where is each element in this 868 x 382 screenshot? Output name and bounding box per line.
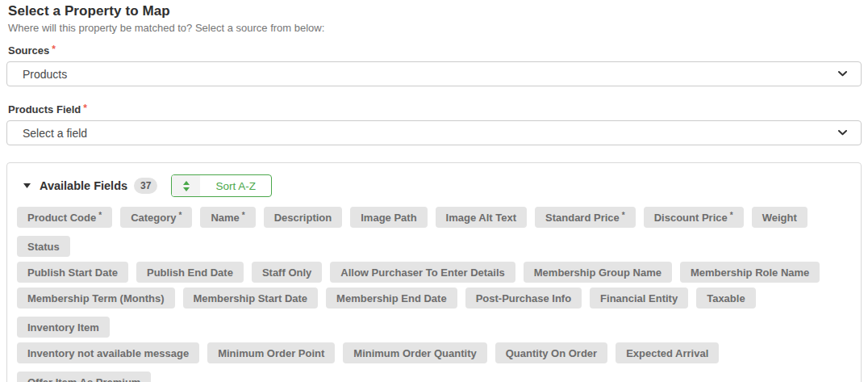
available-fields-panel: Available Fields 37 Sort A-Z Product Cod… [6, 162, 862, 382]
chevron-down-icon [838, 130, 847, 136]
chevron-down-icon [838, 71, 847, 77]
field-chip-row: Product Code*Category*Name*DescriptionIm… [17, 207, 851, 257]
field-chip[interactable]: Post-Purchase Info [465, 288, 582, 309]
field-chip[interactable]: Membership Start Date [183, 288, 319, 309]
products-field-label: Products Field* [8, 103, 862, 115]
field-chip[interactable]: Quantity On Order [495, 342, 607, 363]
field-chip[interactable]: Category* [120, 207, 192, 228]
field-chip[interactable]: Publish End Date [136, 262, 244, 283]
field-chip[interactable]: Weight [752, 207, 807, 228]
field-chip[interactable]: Financial Entity [590, 288, 688, 309]
field-chip[interactable]: Membership Role Name [680, 262, 820, 283]
page-subtitle: Where will this property be matched to? … [8, 22, 862, 34]
sort-arrows-icon [172, 175, 200, 196]
field-chip[interactable]: Product Code* [17, 207, 112, 228]
field-chip[interactable]: Status [17, 236, 70, 257]
caret-down-icon[interactable] [23, 183, 31, 188]
page-title: Select a Property to Map [8, 3, 862, 19]
sources-label: Sources* [8, 44, 862, 57]
products-field-select-value: Select a field [23, 127, 87, 140]
field-chip[interactable]: Inventory Item [17, 317, 110, 338]
available-fields-header: Available Fields 37 Sort A-Z [23, 174, 851, 197]
field-chip[interactable]: Membership Term (Months) [17, 288, 175, 309]
sort-button-label: Sort A-Z [200, 175, 271, 196]
chip-required-marker: * [242, 211, 245, 220]
field-chip-row: Inventory not available messageMinimum O… [17, 342, 851, 382]
sources-select-value: Products [23, 68, 67, 81]
products-field-select[interactable]: Select a field [6, 120, 862, 145]
field-chip[interactable]: Name* [200, 207, 255, 228]
sources-select[interactable]: Products [6, 61, 862, 86]
field-chip[interactable]: Minimum Order Quantity [343, 342, 486, 363]
required-asterisk: * [52, 44, 56, 55]
field-chip[interactable]: Membership End Date [326, 288, 457, 309]
field-chip-row: Publish Start DatePublish End DateStaff … [17, 262, 851, 283]
available-fields-count-badge: 37 [134, 178, 157, 194]
field-chip[interactable]: Image Alt Text [436, 207, 527, 228]
available-fields-list: Product Code*Category*Name*DescriptionIm… [17, 207, 851, 382]
field-chip[interactable]: Allow Purchaser To Enter Details [330, 262, 515, 283]
field-chip[interactable]: Inventory not available message [17, 342, 199, 363]
field-chip[interactable]: Standard Price* [535, 207, 636, 228]
field-chip[interactable]: Expected Arrival [616, 342, 719, 363]
chip-required-marker: * [622, 211, 625, 220]
required-asterisk: * [83, 103, 87, 114]
chip-required-marker: * [179, 211, 182, 220]
field-chip[interactable]: Description [264, 207, 343, 228]
chip-required-marker: * [98, 211, 102, 220]
field-chip[interactable]: Minimum Order Point [207, 342, 335, 363]
field-chip[interactable]: Offer Item As Premium [17, 372, 151, 382]
field-chip[interactable]: Membership Group Name [524, 262, 672, 283]
field-chip[interactable]: Publish Start Date [17, 262, 128, 283]
field-chip[interactable]: Taxable [696, 288, 755, 309]
select-property-page: Select a Property to Map Where will this… [0, 0, 868, 382]
available-fields-title: Available Fields [40, 179, 127, 192]
chip-required-marker: * [730, 211, 733, 220]
field-chip[interactable]: Staff Only [252, 262, 322, 283]
field-chip[interactable]: Discount Price* [644, 207, 744, 228]
field-chip[interactable]: Image Path [350, 207, 427, 228]
sort-az-button[interactable]: Sort A-Z [171, 174, 272, 197]
field-chip-row: Membership Term (Months)Membership Start… [17, 288, 851, 338]
